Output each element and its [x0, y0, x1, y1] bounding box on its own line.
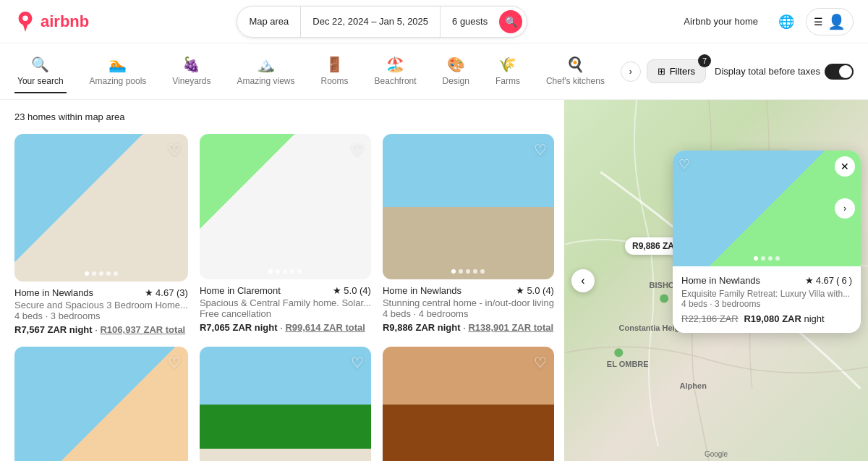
listing-wishlist-4[interactable]: ♡ [168, 354, 181, 371]
listing-rating-2: ★ 5.0 (4) [333, 285, 371, 296]
listing-dot [268, 269, 273, 274]
category-item-vineyards[interactable]: 🍇 Vineyards [169, 50, 213, 93]
category-item-amazing-pools[interactable]: 🏊 Amazing pools [87, 50, 150, 93]
popup-dot [775, 256, 780, 261]
listing-info-3: Home in Newlands ★ 5.0 (4) Stunning cent… [383, 285, 554, 333]
guests-section[interactable]: 6 guests [441, 7, 499, 37]
map-label-3: EL OMBRE [607, 360, 649, 368]
category-label-farms: Farms [495, 76, 520, 86]
listings-panel: 23 homes within map area ♡ Home in Newla… [0, 100, 564, 461]
category-icon-beachfront: 🏖️ [386, 56, 404, 73]
listing-wishlist-2[interactable]: ♡ [351, 141, 364, 158]
listing-dot [283, 269, 287, 274]
listing-beds-2: Free cancellation [200, 308, 371, 319]
map-label-4: Alphen [680, 381, 707, 390]
category-icon-vineyards: 🍇 [182, 56, 200, 73]
listing-image-3: ♡ [383, 134, 554, 279]
popup-title: Home in Newlands [681, 275, 760, 286]
category-label-design: Design [443, 76, 469, 86]
category-items: 🔍 Your search 🏊 Amazing pools 🍇 Vineyard… [14, 50, 615, 93]
filters-button[interactable]: ⊞ Filters 7 [647, 59, 706, 83]
main-content: 23 homes within map area ♡ Home in Newla… [0, 100, 868, 461]
category-item-design[interactable]: 🎨 Design [440, 50, 472, 93]
logo-text: airbnb [41, 12, 89, 31]
popup-image-dots [754, 256, 780, 261]
header: airbnb Map area Dec 22, 2024 – Jan 5, 20… [0, 0, 868, 43]
category-item-chefs-kitchens[interactable]: 🍳 Chef's kitchens [543, 50, 608, 93]
menu-button[interactable]: ☰ 👤 [806, 8, 854, 35]
listing-price-total-2: R99,614 ZAR total [285, 322, 365, 333]
map-collapse-button[interactable]: ‹ [571, 269, 595, 292]
category-item-rooms[interactable]: 🚪 Rooms [318, 50, 352, 93]
display-total-label: Display total before taxes [715, 66, 820, 77]
category-item-your-search[interactable]: 🔍 Your search [14, 50, 67, 93]
category-item-amazing-views[interactable]: 🏔️ Amazing views [234, 50, 297, 93]
listing-dot [99, 271, 103, 276]
listing-title-1: Home in Newlands [14, 287, 93, 298]
popup-old-price: R22,186 ZAR [681, 313, 739, 324]
airbnb-logo[interactable]: airbnb [14, 11, 89, 33]
popup-image-container: ♡ ✕ › [673, 151, 861, 266]
listing-desc-2: Spacious & Central Family home. Solar... [200, 297, 371, 308]
listing-wishlist-5[interactable]: ♡ [351, 354, 364, 371]
popup-description: Exquisite Family Retreat: Luxury Villa w… [681, 289, 852, 299]
category-label-chefs-kitchens: Chef's kitchens [546, 76, 605, 86]
listing-wishlist-3[interactable]: ♡ [534, 141, 547, 158]
map-background: ‹ R9,303 ZARR19,080 ZARR9,886 ZAR BISHOP… [564, 100, 868, 461]
popup-info: Home in Newlands ★ 4.67 (6) Exquisite Fa… [673, 266, 861, 333]
listing-price-night-1: R7,567 ZAR night [14, 324, 93, 335]
listing-wishlist-6[interactable]: ♡ [534, 354, 547, 371]
category-label-amazing-pools: Amazing pools [90, 76, 147, 86]
toggle-knob [839, 65, 852, 78]
popup-dot [768, 256, 773, 261]
category-icon-amazing-pools: 🏊 [109, 56, 127, 73]
listing-info-1: Home in Newlands ★ 4.67 (3) Secure and S… [14, 287, 188, 335]
popup-title-row: Home in Newlands ★ 4.67 (6) [681, 275, 852, 286]
listing-dot [473, 269, 477, 274]
search-button[interactable]: 🔍 [499, 10, 522, 33]
guests-value: 6 guests [452, 16, 488, 27]
listing-card-1[interactable]: ♡ Home in Newlands ★ 4.67 (3) Secure and… [14, 134, 188, 335]
popup-rating-value: 4.67 [816, 275, 834, 286]
listing-beds-3: 4 beds · 4 bedrooms [383, 308, 554, 319]
category-nav: 🔍 Your search 🏊 Amazing pools 🍇 Vineyard… [0, 43, 868, 100]
listing-image-4: ♡ [14, 347, 188, 461]
listing-price-night-3: R9,886 ZAR night [383, 322, 461, 333]
popup-beds: 4 beds · 3 bedrooms [681, 299, 852, 309]
listing-title-3: Home in Newlands [383, 285, 461, 296]
category-nav-next[interactable]: › [621, 62, 641, 82]
popup-close-button[interactable]: ✕ [835, 156, 855, 177]
listing-dot [297, 269, 302, 274]
category-item-farms[interactable]: 🌾 Farms [493, 50, 523, 93]
filter-icon: ⊞ [658, 66, 665, 77]
category-label-your-search: Your search [17, 76, 64, 86]
search-bar[interactable]: Map area Dec 22, 2024 – Jan 5, 2025 6 gu… [237, 6, 527, 38]
listing-card-2[interactable]: ♡ Home in Claremont ★ 5.0 (4) Spacious &… [200, 134, 371, 335]
location-value: Map area [249, 16, 289, 27]
globe-button[interactable]: 🌐 [773, 8, 800, 35]
listing-dots-3 [451, 269, 485, 274]
listing-dot [459, 269, 463, 274]
listing-wishlist-1[interactable]: ♡ [168, 141, 181, 158]
airbnb-home-link[interactable]: Airbnb your home [675, 10, 767, 33]
listing-card-3[interactable]: ♡ Home in Newlands ★ 5.0 (4) Stunning ce… [383, 134, 554, 335]
listing-dot [85, 271, 89, 276]
listing-price-total-3: R138,901 ZAR total [468, 322, 553, 333]
listing-dots-1 [85, 271, 118, 276]
popup-dot [761, 256, 765, 261]
dates-section[interactable]: Dec 22, 2024 – Jan 5, 2025 [301, 7, 441, 37]
category-item-beachfront[interactable]: 🏖️ Beachfront [372, 50, 420, 93]
listings-count: 23 homes within map area [14, 111, 550, 122]
popup-nav-next-button[interactable]: › [835, 198, 855, 219]
listing-card-6[interactable]: ♡ [383, 347, 554, 461]
google-watermark: Google [705, 450, 728, 458]
category-label-vineyards: Vineyards [172, 76, 210, 86]
listing-card-5[interactable]: ♡ [200, 347, 371, 461]
listing-dot [290, 269, 294, 274]
location-section[interactable]: Map area [237, 7, 301, 37]
listing-card-4[interactable]: ♡ [14, 347, 188, 461]
listing-dot [114, 271, 118, 276]
display-total-toggle[interactable] [825, 64, 854, 80]
popup-wishlist-button[interactable]: ♡ [678, 156, 690, 172]
listing-price-3: R9,886 ZAR night · R138,901 ZAR total [383, 322, 554, 333]
